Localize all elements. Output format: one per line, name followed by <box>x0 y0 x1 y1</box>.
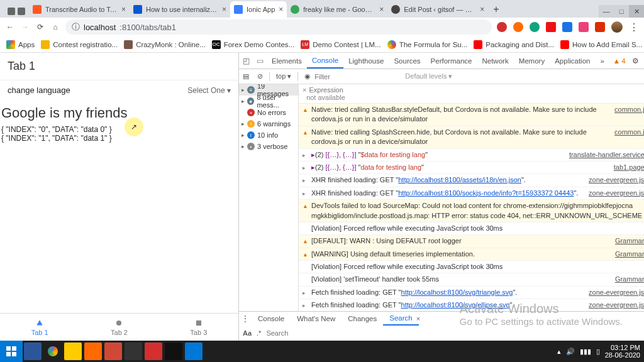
log-entry[interactable]: [WARNING] Using default timeseries imple… <box>299 248 644 261</box>
settings-icon[interactable]: ⚙ <box>630 57 641 65</box>
bookmark-item[interactable]: How to Add Email S... <box>560 40 642 49</box>
tab-button-3[interactable]: Tab 3 <box>159 314 238 341</box>
log-entry[interactable]: [Violation] Forced reflow while executin… <box>299 222 644 235</box>
taskbar-icon[interactable] <box>145 343 162 360</box>
panel-console[interactable]: Console <box>307 53 343 69</box>
back-button[interactable]: ← <box>5 22 15 32</box>
clear-console-icon[interactable]: ⊘ <box>253 72 267 80</box>
filter-input[interactable] <box>314 73 401 80</box>
reload-button[interactable]: ⟳ <box>35 22 45 32</box>
device-toggle-icon[interactable]: ▭ <box>253 57 267 65</box>
remove-expression-icon[interactable]: × <box>303 86 306 94</box>
log-entry[interactable]: XHR finished loading: GET "http://localh… <box>299 187 644 200</box>
log-entry[interactable]: XHR finished loading: GET "http://localh… <box>299 174 644 187</box>
language-row[interactable]: change language Select One ▾ <box>0 80 238 100</box>
address-bar[interactable]: ⓘ localhost:8100/tabs/tab1 <box>65 19 492 35</box>
panel-lighthouse[interactable]: Lighthouse <box>343 53 389 69</box>
live-expression-icon[interactable]: ◉ <box>301 72 314 80</box>
volume-icon[interactable]: 🔊 <box>566 348 575 356</box>
profile-avatar[interactable] <box>611 21 623 33</box>
forward-button[interactable]: → <box>20 22 30 32</box>
tab-button-1[interactable]: Tab 1 <box>0 314 79 341</box>
warnings-badge[interactable]: ▲4 <box>609 57 630 65</box>
clock[interactable]: 03:12 PM28-06-2020 <box>605 344 640 359</box>
log-levels[interactable]: Default levels ▾ <box>405 72 452 80</box>
log-entry[interactable]: DevTools failed to load SourceMap: Could… <box>299 200 644 222</box>
extension-icon[interactable] <box>595 22 605 32</box>
caption-button[interactable] <box>8 8 15 15</box>
log-entry[interactable]: ▸(2) [{…}, {…}] "data for testing lang"t… <box>299 162 644 174</box>
close-icon[interactable]: × <box>480 5 484 14</box>
filter-user[interactable]: ▸●8 user mess... <box>239 96 298 107</box>
log-entry[interactable]: Native: tried calling StatusBar.styleDef… <box>299 104 644 126</box>
tray-chevron-icon[interactable]: ▴ <box>557 348 561 356</box>
extension-icon[interactable] <box>579 22 589 32</box>
minimize-button[interactable]: — <box>599 5 614 18</box>
bookmark-item[interactable]: LMDemo Contest | LM... <box>301 40 380 49</box>
network-icon[interactable]: ▮▮▮ <box>580 348 591 356</box>
home-button[interactable]: ⌂ <box>50 22 60 32</box>
bookmark-item[interactable]: Packaging and Dist... <box>474 40 554 49</box>
taskbar-icon[interactable] <box>64 343 82 360</box>
close-icon[interactable]: × <box>379 5 384 14</box>
kebab-icon[interactable]: ⋮ <box>641 57 644 65</box>
browser-tab[interactable]: freaky like me - Google Sear× <box>287 1 387 18</box>
context-selector[interactable]: top ▾ <box>272 72 295 80</box>
taskbar-icon[interactable] <box>44 343 62 360</box>
tab-button-2[interactable]: Tab 2 <box>79 314 158 341</box>
taskbar-icon[interactable] <box>165 343 182 360</box>
taskbar-icon[interactable] <box>24 343 42 360</box>
bookmark-item[interactable]: OCForex Demo Contes... <box>212 40 294 49</box>
drawer-tab-changes[interactable]: Changes <box>341 312 383 326</box>
taskbar-icon[interactable] <box>104 343 122 360</box>
panel-network[interactable]: Network <box>477 53 513 69</box>
log-entry[interactable]: [DEFAULT]: WARN : Using DEFAULT root log… <box>299 235 644 248</box>
browser-tab[interactable]: How to use internalization in× <box>130 1 230 18</box>
close-window-button[interactable]: ✕ <box>629 5 644 18</box>
extension-icon[interactable] <box>497 22 507 32</box>
browser-tab-active[interactable]: Ionic App× <box>230 1 287 18</box>
log-entry[interactable]: Fetch finished loading: GET "http://loca… <box>299 287 644 299</box>
bookmark-item[interactable]: Contest registratio... <box>41 40 118 49</box>
panel-sources[interactable]: Sources <box>389 53 425 69</box>
panel-elements[interactable]: Elements <box>267 53 307 69</box>
close-tab-icon[interactable]: × <box>416 315 420 322</box>
log-entry[interactable]: [Violation] 'setTimeout' handler took 55… <box>299 273 644 286</box>
menu-icon[interactable]: ⋮ <box>629 21 639 33</box>
maximize-button[interactable]: □ <box>614 5 629 18</box>
console-log[interactable]: ×Expression not available Native: tried … <box>299 84 644 311</box>
sidebar-toggle-icon[interactable]: ▤ <box>239 72 253 80</box>
live-expression-row[interactable]: ×Expression not available <box>299 84 644 104</box>
drawer-tab-search[interactable]: Search <box>383 312 418 326</box>
browser-tab[interactable]: Transcribe Audio to Text | Tr× <box>29 1 130 18</box>
extension-icon[interactable] <box>530 22 540 32</box>
bookmark-item[interactable]: CrazyMonk : Online... <box>124 40 206 49</box>
close-icon[interactable]: × <box>222 5 226 14</box>
close-icon[interactable]: × <box>121 5 126 14</box>
bookmark-item[interactable]: The Formula for Su... <box>387 40 468 49</box>
language-select[interactable]: Select One ▾ <box>187 86 231 95</box>
new-tab-button[interactable]: + <box>488 4 504 18</box>
inspect-icon[interactable]: ◰ <box>239 57 253 65</box>
taskbar-icon[interactable] <box>125 343 142 360</box>
panel-application[interactable]: Application <box>550 53 595 69</box>
filter-verbose[interactable]: ▸•3 verbose <box>239 141 298 152</box>
panel-memory[interactable]: Memory <box>514 53 550 69</box>
drawer-search-input[interactable] <box>266 329 392 337</box>
filter-warnings[interactable]: ▸!6 warnings <box>239 118 298 129</box>
filter-info[interactable]: ▸i10 info <box>239 129 298 141</box>
extension-icon[interactable] <box>513 22 523 32</box>
caption-button[interactable] <box>18 8 25 15</box>
log-entry[interactable]: Fetch finished loading: GET "http://loca… <box>299 299 644 311</box>
browser-tab[interactable]: Edit Post ‹ gitsof — WordPre× <box>387 1 488 18</box>
taskbar-icon[interactable] <box>84 343 102 360</box>
extension-icon[interactable] <box>562 22 572 32</box>
drawer-tab-console[interactable]: Console <box>252 312 291 326</box>
panel-more[interactable]: » <box>595 53 609 69</box>
log-entry[interactable]: [Violation] Forced reflow while executin… <box>299 261 644 273</box>
match-case-icon[interactable]: Aa <box>243 329 252 337</box>
close-icon[interactable]: × <box>279 5 283 14</box>
taskbar-icon[interactable] <box>185 343 203 360</box>
log-entry[interactable]: Native: tried calling SplashScreen.hide,… <box>299 126 644 149</box>
start-button[interactable] <box>0 341 23 362</box>
